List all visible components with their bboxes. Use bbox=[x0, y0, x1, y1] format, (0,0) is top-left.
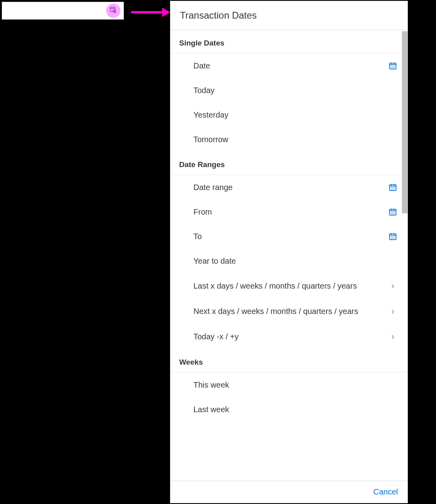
calendar-icon bbox=[388, 183, 398, 192]
annotation-arrow-icon bbox=[131, 11, 163, 13]
calendar-icon bbox=[388, 232, 398, 241]
option-last-x[interactable]: Last x days / weeks / months / quarters … bbox=[170, 273, 407, 299]
calendar-icon bbox=[388, 61, 398, 70]
option-label: Today -x / +y bbox=[193, 332, 388, 342]
dialog-header: Transaction Dates bbox=[170, 1, 407, 30]
cancel-button[interactable]: Cancel bbox=[373, 487, 398, 496]
option-label: Tomorrow bbox=[193, 135, 398, 145]
option-label: Date range bbox=[193, 183, 388, 192]
option-label: Next x days / weeks / months / quarters … bbox=[193, 306, 388, 316]
dialog-body: Single Dates Date Today Yesterday Tomorr… bbox=[170, 30, 407, 481]
option-label: Yesterday bbox=[193, 110, 398, 120]
option-label: Year to date bbox=[193, 256, 398, 266]
calendar-icon bbox=[388, 207, 398, 216]
option-year-to-date[interactable]: Year to date bbox=[170, 249, 407, 273]
option-from[interactable]: From bbox=[170, 200, 407, 224]
option-label: This week bbox=[193, 380, 398, 390]
date-input[interactable] bbox=[2, 2, 106, 19]
option-date[interactable]: Date bbox=[170, 53, 407, 78]
option-label: To bbox=[193, 232, 388, 242]
scrollbar[interactable] bbox=[402, 31, 407, 213]
option-label: Last x days / weeks / months / quarters … bbox=[193, 281, 388, 291]
option-label: Date bbox=[193, 61, 388, 71]
option-today-offset[interactable]: Today -x / +y › bbox=[170, 324, 407, 349]
option-date-range[interactable]: Date range bbox=[170, 175, 407, 200]
option-to[interactable]: To bbox=[170, 224, 407, 249]
transaction-dates-dialog: Transaction Dates Single Dates Date Toda… bbox=[170, 1, 408, 503]
group-header-weeks: Weeks bbox=[170, 349, 407, 373]
option-next-x[interactable]: Next x days / weeks / months / quarters … bbox=[170, 299, 407, 324]
option-today[interactable]: Today bbox=[170, 78, 407, 103]
option-yesterday[interactable]: Yesterday bbox=[170, 103, 407, 127]
option-this-week[interactable]: This week bbox=[170, 373, 407, 397]
open-date-dialog-button[interactable] bbox=[106, 4, 120, 18]
calendar-search-icon bbox=[109, 6, 117, 15]
option-label: From bbox=[193, 207, 388, 217]
group-header-single-dates: Single Dates bbox=[170, 30, 407, 53]
option-last-week[interactable]: Last week bbox=[170, 397, 407, 422]
date-input-container bbox=[2, 2, 124, 20]
dialog-title: Transaction Dates bbox=[180, 10, 398, 21]
chevron-right-icon: › bbox=[388, 280, 398, 291]
chevron-right-icon: › bbox=[388, 331, 398, 342]
option-tomorrow[interactable]: Tomorrow bbox=[170, 127, 407, 152]
chevron-right-icon: › bbox=[388, 306, 398, 317]
dialog-footer: Cancel bbox=[170, 481, 407, 503]
option-label: Last week bbox=[193, 405, 398, 415]
group-header-date-ranges: Date Ranges bbox=[170, 152, 407, 175]
option-label: Today bbox=[193, 86, 398, 95]
